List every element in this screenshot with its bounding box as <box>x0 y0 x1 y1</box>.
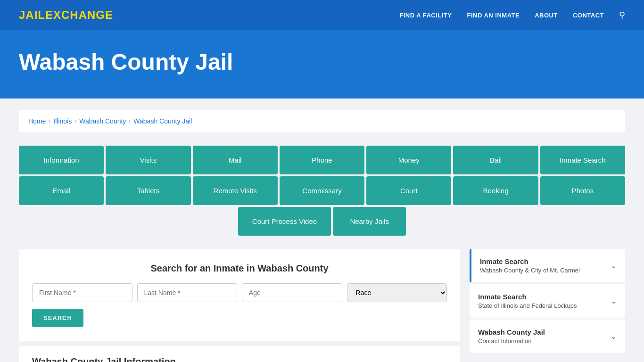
breadcrumb-current: Wabash County Jail <box>133 117 192 125</box>
sidebar-card-header-2[interactable]: Wabash County Jail Contact Information ⌄ <box>470 320 625 353</box>
sidebar-card-sub-1: State of Illinois and Federal Lockups <box>478 302 577 309</box>
age-input[interactable] <box>242 283 342 302</box>
nav-contact[interactable]: CONTACT <box>573 12 604 19</box>
breadcrumb-sep-1: › <box>49 118 50 124</box>
tile-court[interactable]: Court <box>366 176 451 205</box>
tile-mail[interactable]: Mail <box>193 146 278 174</box>
sidebar-card-0[interactable]: Inmate Search Wabash County & City of Mt… <box>470 249 625 282</box>
tile-photos[interactable]: Photos <box>540 176 625 205</box>
breadcrumb-wabash-county[interactable]: Wabash County <box>79 117 126 125</box>
breadcrumb-sep-3: › <box>129 118 131 124</box>
tile-commissary[interactable]: Commissary <box>280 176 364 205</box>
sidebar-card-text-0: Inmate Search Wabash County & City of Mt… <box>480 257 580 274</box>
nav-find-inmate[interactable]: FIND AN INMATE <box>467 12 520 19</box>
sidebar: Inmate Search Wabash County & City of Mt… <box>470 249 625 355</box>
tile-court-process-video[interactable]: Court Process Video <box>238 207 331 236</box>
tile-email[interactable]: Email <box>19 176 104 205</box>
main-nav: FIND A FACILITY FIND AN INMATE ABOUT CON… <box>399 10 625 20</box>
chevron-down-icon-0: ⌄ <box>611 261 617 270</box>
page-title: Wabash County Jail <box>19 49 625 75</box>
chevron-down-icon-2: ⌄ <box>611 332 617 341</box>
sidebar-card-sub-2: Contact Information <box>478 337 545 345</box>
search-title: Search for an Inmate in Wabash County <box>32 263 447 274</box>
tile-tablets[interactable]: Tablets <box>106 176 190 205</box>
tile-money[interactable]: Money <box>366 146 451 174</box>
tile-remote-visits[interactable]: Remote Visits <box>193 176 278 205</box>
sidebar-card-title-0: Inmate Search <box>480 257 580 265</box>
logo-exchange: EXCHANGE <box>45 8 113 21</box>
tile-row-2: Email Tablets Remote Visits Commissary C… <box>19 176 625 205</box>
breadcrumb-sep-2: › <box>74 118 76 124</box>
sidebar-card-2[interactable]: Wabash County Jail Contact Information ⌄ <box>470 320 625 353</box>
search-button[interactable]: SEARCH <box>32 309 83 327</box>
nav-about[interactable]: ABOUT <box>535 12 558 19</box>
site-logo[interactable]: JAILEXCHANGE <box>19 8 113 22</box>
sidebar-card-sub-0: Wabash County & City of Mt. Carmel <box>480 267 580 274</box>
tile-inmate-search[interactable]: Inmate Search <box>540 146 625 174</box>
tile-bail[interactable]: Bail <box>453 146 538 174</box>
breadcrumb-home[interactable]: Home <box>28 117 46 125</box>
nav-find-facility[interactable]: FIND A FACILITY <box>399 12 452 19</box>
chevron-down-icon-1: ⌄ <box>611 296 617 305</box>
search-panel: Search for an Inmate in Wabash County Ra… <box>19 249 460 341</box>
tile-phone[interactable]: Phone <box>280 146 364 174</box>
tile-booking[interactable]: Booking <box>453 176 538 205</box>
left-column: Search for an Inmate in Wabash County Ra… <box>19 249 460 362</box>
breadcrumb-illinois[interactable]: Illinois <box>53 117 72 125</box>
hero-section: Wabash County Jail <box>0 30 644 99</box>
sidebar-card-text-1: Inmate Search State of Illinois and Fede… <box>478 293 577 309</box>
sidebar-card-title-2: Wabash County Jail <box>478 328 545 336</box>
sidebar-card-1[interactable]: Inmate Search State of Illinois and Fede… <box>470 284 625 318</box>
main-layout: Search for an Inmate in Wabash County Ra… <box>19 249 625 362</box>
tile-information[interactable]: Information <box>19 146 104 174</box>
logo-jail: JAIL <box>19 8 45 21</box>
tile-nearby-jails[interactable]: Nearby Jails <box>333 207 406 236</box>
first-name-input[interactable] <box>32 283 132 302</box>
main-content: Home › Illinois › Wabash County › Wabash… <box>0 99 644 362</box>
info-section: Wabash County Jail Information <box>19 346 460 362</box>
sidebar-card-header-1[interactable]: Inmate Search State of Illinois and Fede… <box>470 284 625 318</box>
sidebar-card-title-1: Inmate Search <box>478 293 577 301</box>
sidebar-card-text-2: Wabash County Jail Contact Information <box>478 328 545 345</box>
breadcrumb: Home › Illinois › Wabash County › Wabash… <box>19 110 625 132</box>
race-select[interactable]: Race <box>347 283 447 302</box>
info-title: Wabash County Jail Information <box>32 356 447 362</box>
tile-visits[interactable]: Visits <box>106 146 190 174</box>
search-icon[interactable]: ⚲ <box>619 10 625 20</box>
site-header: JAILEXCHANGE FIND A FACILITY FIND AN INM… <box>0 0 644 30</box>
sidebar-card-header-0[interactable]: Inmate Search Wabash County & City of Mt… <box>471 249 625 282</box>
tile-row-3: Court Process Video Nearby Jails <box>19 207 625 236</box>
tile-row-1: Information Visits Mail Phone Money Bail… <box>19 146 625 174</box>
last-name-input[interactable] <box>137 283 238 302</box>
search-fields: Race <box>32 283 447 302</box>
